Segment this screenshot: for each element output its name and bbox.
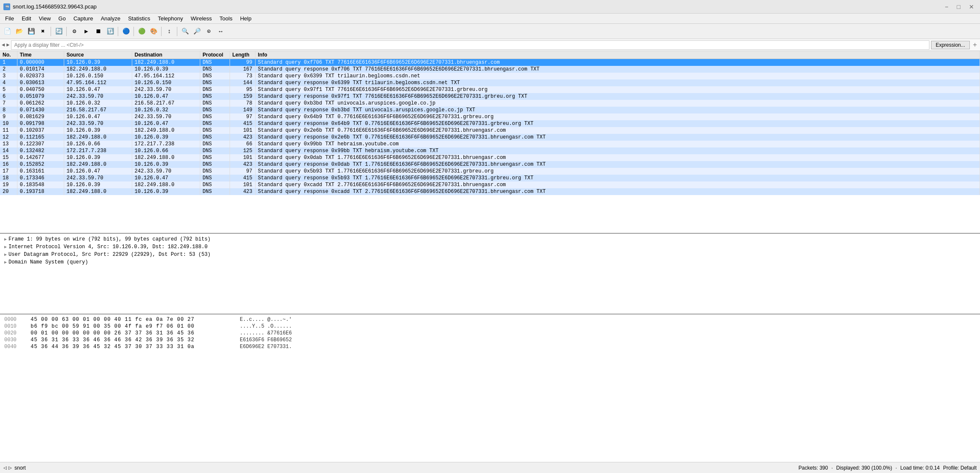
colorize-button[interactable]: 🎨 [148, 26, 159, 37]
packet-table: No. Time Source Destination Protocol Len… [0, 51, 980, 195]
menu-item-view[interactable]: View [35, 14, 54, 23]
table-row[interactable]: 13 0.122307 10.126.0.66 172.217.7.238 DN… [0, 141, 980, 147]
cell-len: 73 [230, 73, 255, 79]
menu-item-file[interactable]: File [2, 14, 17, 23]
filter-input[interactable] [11, 40, 929, 50]
menu-item-go[interactable]: Go [55, 14, 69, 23]
col-header-protocol[interactable]: Protocol [200, 51, 230, 59]
cell-src: 242.33.59.70 [64, 120, 132, 127]
detail-row[interactable]: ▶Domain Name System (query) [2, 258, 978, 266]
detail-row[interactable]: ▶Frame 1: 99 bytes on wire (792 bits), 9… [2, 235, 978, 243]
toolbar-sep-4 [51, 27, 51, 36]
table-row[interactable]: 16 0.152852 182.249.188.0 10.126.0.39 DN… [0, 161, 980, 168]
cell-no: 4 [0, 79, 17, 86]
menu-item-tools[interactable]: Tools [216, 14, 236, 23]
table-row[interactable]: 15 0.142677 10.126.0.39 182.249.188.0 DN… [0, 154, 980, 161]
menu-item-telephony[interactable]: Telephony [154, 14, 186, 23]
cell-src: 10.126.0.47 [64, 113, 132, 120]
cell-proto: DNS [200, 100, 230, 107]
cell-info: Standard query response 0x0dab TXT 1.776… [255, 161, 980, 168]
col-header-info[interactable]: Info [255, 51, 980, 59]
cell-time: 0.030613 [17, 79, 64, 86]
detail-row[interactable]: ▶User Datagram Protocol, Src Port: 22929… [2, 251, 978, 258]
col-header-source[interactable]: Source [64, 51, 132, 59]
filter-arrow-right[interactable]: ▶ [6, 42, 9, 48]
cell-time: 0.061262 [17, 100, 64, 107]
table-row[interactable]: 14 0.132482 172.217.7.238 10.126.0.66 DN… [0, 147, 980, 154]
new-capture-button[interactable]: 📄 [2, 26, 13, 37]
detail-toggle-icon: ▶ [4, 237, 7, 242]
table-row[interactable]: 20 0.193718 182.249.188.0 10.126.0.39 DN… [0, 188, 980, 195]
expression-button[interactable]: Expression... [931, 41, 970, 49]
resize-columns-button[interactable]: ↔ [215, 26, 226, 37]
table-row[interactable]: 10 0.091798 242.33.59.70 10.126.0.47 DNS… [0, 120, 980, 127]
hex-offset: 0040 [4, 344, 26, 350]
save-button[interactable]: 💾 [26, 26, 37, 37]
table-row[interactable]: 11 0.102037 10.126.0.39 182.249.188.0 DN… [0, 127, 980, 134]
menu-item-analyze[interactable]: Analyze [97, 14, 124, 23]
cell-info: Standard query 0x99bb TXT hebraism.youtu… [255, 141, 980, 147]
cell-len: 423 [230, 134, 255, 141]
table-row[interactable]: 2 0.010174 182.249.188.0 10.126.0.39 DNS… [0, 66, 980, 73]
restart-capture-button[interactable]: 🔃 [105, 26, 116, 37]
col-header-destination[interactable]: Destination [132, 51, 200, 59]
close-file-button[interactable]: ✖ [37, 26, 48, 37]
cell-src: 10.126.0.66 [64, 141, 132, 147]
close-button[interactable]: ✕ [966, 3, 977, 11]
minimize-button[interactable]: − [942, 3, 951, 11]
table-row[interactable]: 3 0.020373 10.126.0.150 47.95.164.112 DN… [0, 73, 980, 79]
capture-options-button[interactable]: ⚙ [69, 26, 80, 37]
table-row[interactable]: 4 0.030613 47.95.164.112 10.126.0.150 DN… [0, 79, 980, 86]
autoscroll-button[interactable]: ↕ [164, 26, 175, 37]
menu-item-help[interactable]: Help [237, 14, 255, 23]
packet-list[interactable]: No. Time Source Destination Protocol Len… [0, 51, 980, 234]
menu-item-capture[interactable]: Capture [70, 14, 97, 23]
filter-arrow-left[interactable]: ◀ [2, 42, 5, 48]
open-file-button[interactable]: 📂 [14, 26, 25, 37]
maximize-button[interactable]: □ [954, 3, 963, 11]
status-displayed: Displayed: 390 (100.0%) [836, 465, 892, 471]
table-row[interactable]: 8 0.071430 216.58.217.67 10.126.0.32 DNS… [0, 107, 980, 113]
menu-item-edit[interactable]: Edit [18, 14, 34, 23]
cell-src: 182.249.188.0 [64, 188, 132, 195]
cell-time: 0.122307 [17, 141, 64, 147]
cell-dst: 10.126.0.32 [132, 107, 200, 113]
table-row[interactable]: 19 0.183548 10.126.0.39 182.249.188.0 DN… [0, 181, 980, 188]
table-row[interactable]: 18 0.173346 242.33.59.70 10.126.0.47 DNS… [0, 175, 980, 181]
status-sep2: · [895, 465, 897, 471]
table-row[interactable]: 1 0.000000 10.126.0.39 182.249.188.0 DNS… [0, 59, 980, 66]
cell-info: Standard query 0xb3bd TXT univocals.arus… [255, 100, 980, 107]
reload-button[interactable]: 🔄 [53, 26, 64, 37]
menu-item-statistics[interactable]: Statistics [125, 14, 153, 23]
table-row[interactable]: 7 0.061262 10.126.0.32 216.58.217.67 DNS… [0, 100, 980, 107]
stop-capture-button[interactable]: ⏹ [93, 26, 104, 37]
table-row[interactable]: 5 0.040750 10.126.0.47 242.33.59.70 DNS … [0, 86, 980, 93]
start-capture-button[interactable]: ▶ [81, 26, 92, 37]
cell-time: 0.081629 [17, 113, 64, 120]
toolbar-sep-13 [177, 27, 177, 36]
toolbar-sep-10 [134, 27, 134, 36]
cell-len: 423 [230, 161, 255, 168]
normal-size-button[interactable]: ⊙ [203, 26, 214, 37]
filter-plus-icon[interactable]: ＋ [971, 40, 978, 49]
detail-row[interactable]: ▶Internet Protocol Version 4, Src: 10.12… [2, 243, 978, 251]
zoom-in-button[interactable]: 🔍 [179, 26, 190, 37]
display-filters-button[interactable]: 🟢 [136, 26, 147, 37]
col-header-time[interactable]: Time [17, 51, 64, 59]
menu-item-wireless[interactable]: Wireless [187, 14, 215, 23]
hex-offset: 0000 [4, 317, 26, 323]
cell-no: 14 [0, 147, 17, 154]
cell-len: 101 [230, 154, 255, 161]
zoom-out-button[interactable]: 🔎 [191, 26, 202, 37]
table-row[interactable]: 17 0.163161 10.126.0.47 242.33.59.70 DNS… [0, 168, 980, 175]
cell-proto: DNS [200, 154, 230, 161]
col-header-length[interactable]: Length [230, 51, 255, 59]
capture-filters-button[interactable]: 🔵 [120, 26, 131, 37]
col-header-no[interactable]: No. [0, 51, 17, 59]
cell-dst: 242.33.59.70 [132, 168, 200, 175]
table-row[interactable]: 9 0.081629 10.126.0.47 242.33.59.70 DNS … [0, 113, 980, 120]
cell-no: 15 [0, 154, 17, 161]
table-row[interactable]: 12 0.112165 182.249.188.0 10.126.0.39 DN… [0, 134, 980, 141]
title-bar-controls[interactable]: − □ ✕ [942, 3, 977, 11]
table-row[interactable]: 6 0.051079 242.33.59.70 10.126.0.47 DNS … [0, 93, 980, 100]
